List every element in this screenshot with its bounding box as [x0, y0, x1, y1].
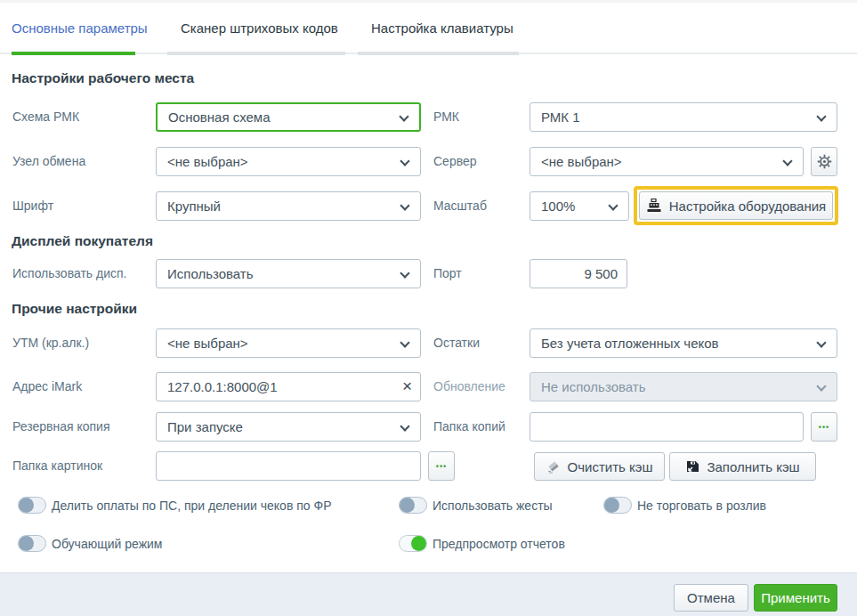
use-display-select[interactable]: Использовать — [156, 259, 421, 288]
server-value: <не выбран> — [530, 148, 803, 175]
use-display-label: Использовать дисп. — [12, 266, 126, 281]
floppy-disk-icon — [685, 459, 699, 474]
browse-images-folder-button[interactable]: ••• — [428, 451, 455, 481]
equipment-button-highlight: Настройка оборудования — [634, 186, 838, 225]
scale-label: Масштаб — [433, 199, 487, 214]
toggle-training-mode-label: Обучающий режим — [52, 537, 162, 551]
exchange-node-select[interactable]: <не выбран> — [156, 147, 421, 176]
toggle-report-preview[interactable] — [399, 535, 427, 552]
toggle-report-preview-label: Предпросмотр отчетов — [433, 537, 565, 551]
rmk-select[interactable]: РМК 1 — [530, 102, 837, 132]
backup-value: При запуске — [157, 413, 420, 441]
section-other-heading: Прочие настройки — [12, 301, 137, 317]
images-folder-input[interactable] — [156, 451, 421, 481]
server-settings-button[interactable] — [811, 147, 837, 176]
toggle-gestures[interactable] — [399, 497, 427, 514]
update-label: Обновление — [433, 379, 505, 394]
cancel-button[interactable]: Отмена — [674, 584, 748, 612]
section-display-heading: Дисплей покупателя — [12, 233, 153, 249]
tab-main-parameters[interactable]: Основные параметры — [12, 20, 148, 36]
update-value: Не использовать — [530, 373, 837, 401]
toggle-knob — [411, 536, 426, 551]
toggle-gestures-label: Использовать жесты — [433, 498, 553, 513]
imark-label: Адрес iMark — [12, 379, 82, 394]
schema-rmk-select[interactable]: Основная схема — [156, 102, 421, 132]
browse-copies-folder-button[interactable]: ••• — [811, 412, 837, 442]
server-select[interactable]: <не выбран> — [530, 147, 804, 176]
utm-select[interactable]: <не выбран> — [156, 328, 421, 358]
clear-cache-label: Очистить кэш — [568, 459, 653, 474]
toggle-knob — [19, 498, 34, 513]
rmk-label: РМК — [433, 109, 459, 125]
utm-value: <не выбран> — [157, 329, 420, 357]
toggle-no-draft[interactable] — [603, 497, 632, 514]
toggle-split-payments-label: Делить оплаты по ПС, при делении чеков п… — [52, 498, 331, 513]
toggle-no-draft-label: Не торговать в розлив — [637, 498, 766, 513]
toggle-split-payments[interactable] — [18, 497, 46, 514]
images-folder-label: Папка картинок — [12, 458, 102, 474]
port-label: Порт — [433, 266, 462, 281]
stock-select[interactable]: Без учета отложенных чеков — [530, 328, 837, 358]
toggle-training-mode[interactable] — [18, 535, 46, 552]
tab-scanner-underline — [167, 52, 345, 55]
apply-button[interactable]: Применить — [754, 584, 837, 612]
fill-cache-button[interactable]: Заполнить кэш — [669, 452, 816, 481]
fill-cache-label: Заполнить кэш — [707, 459, 799, 474]
utm-label: УТМ (кр.алк.) — [12, 336, 89, 351]
toggle-knob — [19, 536, 34, 551]
copies-folder-input[interactable] — [530, 412, 804, 442]
clear-icon[interactable]: × — [402, 376, 412, 397]
backup-select[interactable]: При запуске — [156, 412, 421, 442]
section-workplace-heading: Настройки рабочего места — [12, 70, 194, 86]
toggle-knob — [400, 498, 415, 513]
tab-barcode-scanner[interactable]: Сканер штриховых кодов — [181, 20, 338, 36]
exchange-node-label: Узел обмена — [12, 154, 85, 169]
font-label: Шрифт — [12, 199, 53, 214]
font-value: Крупный — [157, 192, 420, 220]
equipment-settings-label: Настройка оборудования — [669, 199, 826, 214]
toggle-knob — [604, 498, 619, 513]
tab-keyboard-settings[interactable]: Настройка клавиатуры — [371, 20, 513, 36]
scale-select[interactable]: 100% — [530, 191, 629, 221]
port-input[interactable] — [530, 259, 627, 288]
cash-register-icon — [646, 199, 662, 213]
backup-label: Резервная копия — [12, 419, 110, 434]
schema-rmk-label: Схема РМК — [12, 109, 79, 125]
font-select[interactable]: Крупный — [156, 191, 421, 221]
stock-value: Без учета отложенных чеков — [530, 329, 837, 357]
imark-field: × — [156, 372, 421, 401]
settings-dialog: Основные параметры Сканер штриховых кодо… — [0, 0, 857, 616]
imark-input[interactable] — [156, 372, 421, 401]
ellipsis-icon: ••• — [819, 423, 829, 432]
exchange-node-value: <не выбран> — [157, 148, 420, 175]
ellipsis-icon: ••• — [436, 462, 447, 471]
tab-main-underline — [12, 52, 135, 55]
eraser-icon — [546, 459, 561, 474]
server-label: Сервер — [433, 154, 477, 169]
update-select: Не использовать — [530, 372, 837, 401]
schema-rmk-value: Основная схема — [158, 104, 419, 130]
stock-label: Остатки — [433, 336, 480, 351]
clear-cache-button[interactable]: Очистить кэш — [534, 452, 665, 481]
use-display-value: Использовать — [157, 260, 420, 288]
tab-keyboard-underline — [358, 52, 519, 55]
copies-folder-label: Папка копий — [433, 419, 505, 434]
equipment-settings-button[interactable]: Настройка оборудования — [639, 191, 833, 220]
gear-icon — [817, 154, 832, 169]
rmk-value: РМК 1 — [530, 103, 837, 131]
